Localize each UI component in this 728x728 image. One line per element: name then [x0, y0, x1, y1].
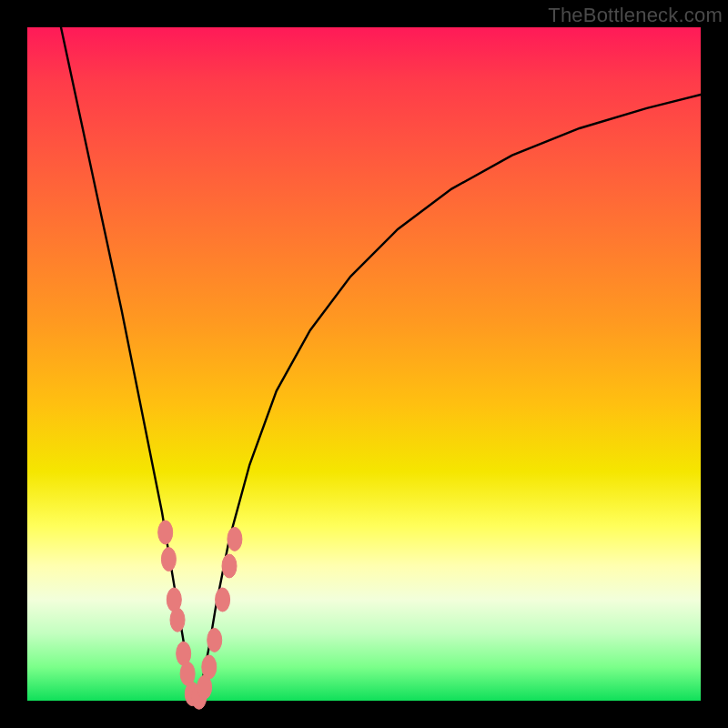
- marker-layer: [158, 521, 242, 709]
- outer-frame: TheBottleneck.com: [0, 0, 728, 728]
- data-marker: [202, 655, 217, 679]
- data-marker: [207, 628, 222, 652]
- watermark-text: TheBottleneck.com: [548, 4, 723, 27]
- curve-right-branch: [196, 95, 701, 701]
- data-marker: [170, 608, 185, 632]
- curve-layer: [61, 27, 701, 701]
- data-marker: [158, 521, 173, 544]
- chart-svg: [27, 27, 701, 701]
- data-marker: [222, 554, 237, 578]
- data-marker: [228, 527, 242, 551]
- data-marker: [216, 588, 230, 612]
- data-marker: [161, 548, 176, 571]
